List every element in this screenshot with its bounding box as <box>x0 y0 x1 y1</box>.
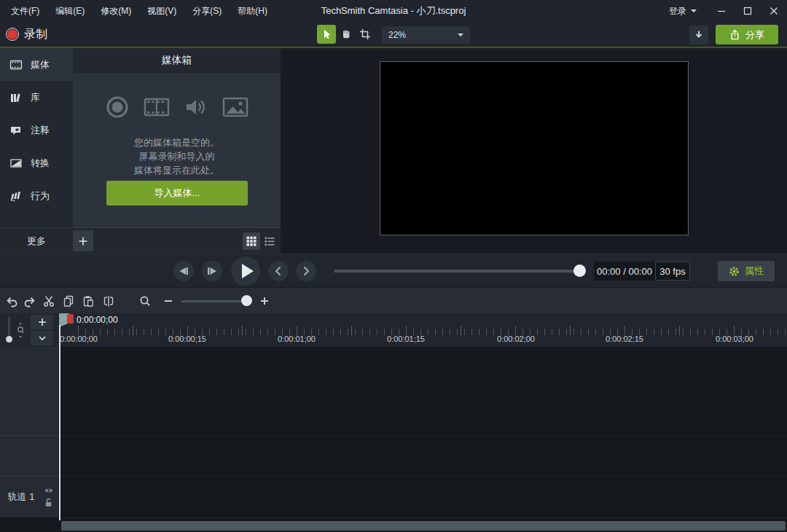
sidebar-item-annotations[interactable]: 注释 <box>0 114 73 146</box>
track-header-spacer <box>0 347 58 436</box>
track-height-handle[interactable] <box>6 336 12 343</box>
ruler-label: 0:00:03;00 <box>716 335 753 343</box>
media-bin-empty-text: 您的媒体箱是空的。 屏幕录制和导入的 媒体将显示在此处。 <box>73 136 281 177</box>
crop-icon <box>359 28 371 40</box>
chevron-down-icon <box>691 9 697 12</box>
menu-share[interactable]: 分享(S) <box>184 2 230 20</box>
track-header-spacer <box>0 436 58 477</box>
crop-tool-button[interactable] <box>356 25 375 44</box>
playhead-out-marker[interactable] <box>67 314 74 324</box>
time-display: 00:00 / 00:00 <box>594 262 655 281</box>
track-height-slider[interactable] <box>8 316 10 337</box>
menu-modify[interactable]: 修改(M) <box>93 2 139 20</box>
redo-button[interactable] <box>20 292 39 310</box>
main-toolbar: 录制 22% 分享 <box>0 22 787 48</box>
track-header-column: 轨道 1 <box>0 347 58 517</box>
timeline-zoom-handle[interactable] <box>241 295 252 306</box>
zoom-in-button[interactable] <box>255 292 274 310</box>
sidebar-item-library[interactable]: 库 <box>0 81 73 114</box>
ruler-label: 0:00:02;15 <box>606 335 643 343</box>
undo-icon <box>4 294 18 308</box>
export-icon <box>729 29 740 40</box>
undo-button[interactable] <box>1 292 20 310</box>
track-divider <box>58 476 787 477</box>
next-clip-button[interactable] <box>296 261 316 281</box>
menu-bar: 文件(F) 编辑(E) 修改(M) 视图(V) 分享(S) 帮助(H) <box>0 2 275 20</box>
chevron-right-icon <box>297 262 315 280</box>
maximize-button[interactable] <box>735 0 761 22</box>
minimize-icon <box>716 5 727 17</box>
timeline-ruler[interactable]: 0:00:00;00 0:00:00;15 0:00:01;00 0:00:01… <box>58 313 787 347</box>
sidebar-item-transitions[interactable]: 转换 <box>0 146 73 179</box>
playhead-time-label: 0:00:00;00 <box>77 315 118 325</box>
selection-tool-button[interactable] <box>317 25 336 44</box>
copy-button[interactable] <box>59 292 78 310</box>
close-button[interactable] <box>761 0 787 22</box>
previous-clip-button[interactable] <box>268 261 289 281</box>
timeline-zoom-button[interactable] <box>136 292 154 310</box>
playback-bar: 00:00 / 00:00 30 fps 属性 <box>0 254 787 287</box>
track-lock-icon[interactable] <box>44 497 53 508</box>
import-media-button[interactable]: 导入媒体... <box>106 181 248 206</box>
media-bin-empty-icons <box>73 94 281 120</box>
scrubber-slider[interactable] <box>334 270 584 273</box>
sidebar-item-label: 库 <box>31 91 40 104</box>
camtasia-window: 文件(F) 编辑(E) 修改(M) 视图(V) 分享(S) 帮助(H) Tech… <box>0 0 787 532</box>
download-button[interactable] <box>689 26 708 44</box>
panel-bottom-bar: 更多 <box>0 227 281 254</box>
sign-in-button[interactable]: 登录 <box>657 5 708 17</box>
track-divider <box>58 517 787 518</box>
sidebar-item-media[interactable]: 媒体 <box>0 48 73 81</box>
zoom-out-button[interactable] <box>159 292 178 310</box>
chevron-down-icon <box>458 34 463 36</box>
ruler-label: 0:00:00;15 <box>168 335 206 343</box>
grid-view-button[interactable] <box>243 232 260 250</box>
ruler-label: 0:00:00;00 <box>60 335 98 343</box>
redo-icon <box>23 294 37 308</box>
cut-button[interactable] <box>39 292 58 310</box>
record-label: 录制 <box>24 27 47 42</box>
menu-help[interactable]: 帮助(H) <box>230 2 275 20</box>
paste-button[interactable] <box>79 292 98 310</box>
add-tab-button[interactable] <box>73 230 93 251</box>
ruler-label: 0:00:01;15 <box>387 335 425 343</box>
close-icon <box>768 5 780 17</box>
image-icon <box>222 94 249 120</box>
scrubber-handle[interactable] <box>573 265 586 277</box>
split-button[interactable] <box>99 292 118 310</box>
track-divider <box>58 436 787 437</box>
share-button[interactable]: 分享 <box>716 25 778 44</box>
sidebar-item-behaviors[interactable]: 行为 <box>0 179 73 212</box>
playhead-line[interactable] <box>59 325 60 520</box>
video-filmstrip-icon <box>143 94 171 120</box>
chevron-down-icon <box>37 333 47 343</box>
sidebar-item-more[interactable]: 更多 <box>0 235 73 248</box>
sidebar-item-label: 媒体 <box>31 58 50 71</box>
collapse-tracks-button[interactable] <box>31 331 53 345</box>
fps-display: 30 fps <box>655 262 690 281</box>
canvas-zoom-dropdown[interactable]: 22% <box>382 26 470 44</box>
title-bar: 文件(F) 编辑(E) 修改(M) 视图(V) 分享(S) 帮助(H) Tech… <box>0 0 787 22</box>
record-button[interactable]: 录制 <box>7 22 47 47</box>
properties-button[interactable]: 属性 <box>718 261 775 281</box>
step-forward-button[interactable] <box>202 261 222 281</box>
step-backward-button[interactable] <box>173 261 194 281</box>
track-visibility-eye-icon[interactable] <box>44 485 54 496</box>
pan-tool-button[interactable] <box>337 25 356 44</box>
play-button[interactable] <box>231 257 260 286</box>
minimize-button[interactable] <box>708 0 735 22</box>
preview-canvas[interactable] <box>380 61 689 235</box>
step-forward-icon <box>203 262 221 280</box>
menu-file[interactable]: 文件(F) <box>3 2 47 20</box>
library-books-icon <box>9 91 23 104</box>
add-track-button[interactable] <box>31 315 53 329</box>
list-view-button[interactable] <box>261 232 278 250</box>
menu-edit[interactable]: 编辑(E) <box>47 2 93 20</box>
timeline-ruler-row: 0:00:00;00 0:00:00;15 0:00:01;00 0:00:01… <box>0 313 787 347</box>
timeline-scrollbar <box>0 520 787 532</box>
timeline-scrollbar-thumb[interactable] <box>61 521 786 531</box>
properties-label: 属性 <box>745 265 764 278</box>
menu-view[interactable]: 视图(V) <box>139 2 184 20</box>
maximize-icon <box>742 5 753 17</box>
media-bin-panel: 媒体箱 您的媒体箱是空的。 屏幕录制和导入的 媒体将显示在此处。 导入媒体... <box>73 48 281 227</box>
